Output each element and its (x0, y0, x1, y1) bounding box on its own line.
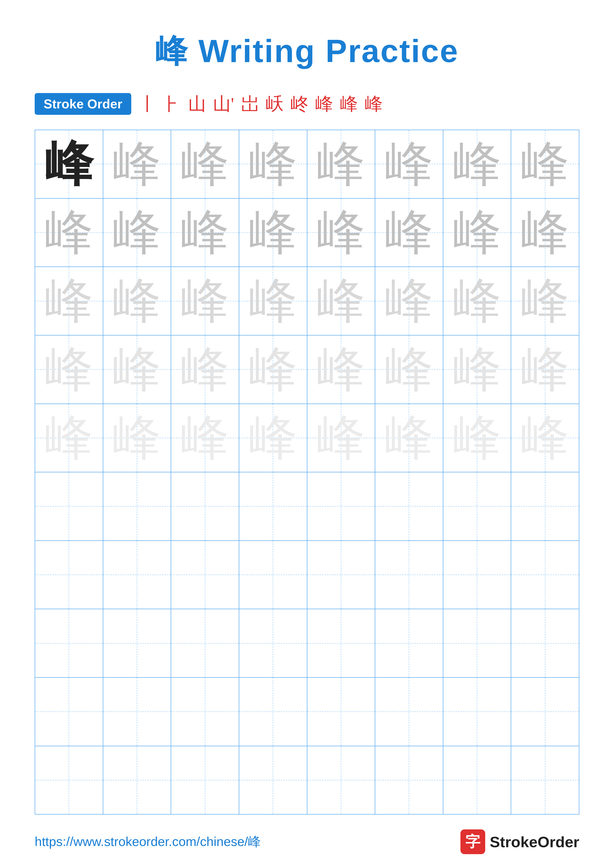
grid-cell-4-3: 峰 (171, 336, 239, 403)
grid-cell-1-3: 峰 (171, 130, 239, 198)
cell-char: 峰 (249, 414, 297, 462)
cell-char: 峰 (385, 208, 433, 257)
grid-cell-10-3[interactable] (171, 746, 239, 814)
cell-char: 峰 (181, 208, 229, 257)
grid-cell-7-5[interactable] (307, 541, 376, 609)
grid-cell-4-6: 峰 (375, 336, 443, 403)
grid-cell-8-3[interactable] (171, 609, 239, 677)
grid-cell-7-3[interactable] (171, 541, 239, 609)
grid-cell-8-1[interactable] (35, 609, 103, 677)
grid-cell-4-8: 峰 (511, 336, 579, 403)
cell-char: 峰 (45, 414, 93, 462)
grid-cell-9-7[interactable] (443, 678, 511, 746)
grid-cell-2-1: 峰 (35, 199, 103, 267)
cell-char: 峰 (521, 277, 569, 325)
grid-cell-10-6[interactable] (375, 746, 443, 814)
grid-row-4: 峰 峰 峰 峰 峰 峰 峰 峰 (35, 336, 579, 404)
grid-cell-1-6: 峰 (375, 130, 443, 198)
grid-cell-4-1: 峰 (35, 336, 103, 403)
grid-cell-8-6[interactable] (375, 609, 443, 677)
grid-cell-8-5[interactable] (307, 609, 376, 677)
grid-cell-3-8: 峰 (511, 267, 579, 335)
grid-cell-7-2[interactable] (103, 541, 171, 609)
grid-cell-5-6: 峰 (375, 404, 443, 472)
grid-cell-2-6: 峰 (375, 199, 443, 267)
grid-cell-10-5[interactable] (307, 746, 376, 814)
cell-char: 峰 (317, 277, 365, 325)
grid-cell-5-3: 峰 (171, 404, 239, 472)
cell-char: 峰 (521, 414, 569, 462)
grid-cell-8-7[interactable] (443, 609, 511, 677)
grid-cell-9-4[interactable] (239, 678, 307, 746)
cell-char: 峰 (113, 414, 161, 462)
grid-cell-1-4: 峰 (239, 130, 307, 198)
cell-char: 峰 (181, 140, 229, 188)
practice-grid: 峰 峰 峰 峰 峰 峰 峰 峰 峰 峰 峰 峰 峰 峰 峰 峰 峰 峰 峰 峰 … (35, 130, 579, 815)
cell-char: 峰 (317, 346, 365, 394)
stroke-order-row: Stroke Order 丨 ⺊ 山 山' 岀 岆 峂 峰 峰 峰 (35, 93, 579, 115)
footer-url[interactable]: https://www.strokeorder.com/chinese/峰 (35, 833, 261, 851)
grid-cell-7-6[interactable] (375, 541, 443, 609)
grid-cell-9-8[interactable] (511, 678, 579, 746)
stroke-order-badge: Stroke Order (35, 93, 131, 115)
cell-char: 峰 (45, 140, 93, 188)
grid-cell-9-5[interactable] (307, 678, 376, 746)
grid-cell-5-1: 峰 (35, 404, 103, 472)
grid-cell-10-4[interactable] (239, 746, 307, 814)
grid-cell-6-1[interactable] (35, 472, 103, 540)
grid-cell-9-2[interactable] (103, 678, 171, 746)
grid-cell-10-1[interactable] (35, 746, 103, 814)
cell-char: 峰 (317, 140, 365, 188)
grid-row-3: 峰 峰 峰 峰 峰 峰 峰 峰 (35, 267, 579, 336)
grid-cell-6-8[interactable] (511, 472, 579, 540)
grid-cell-2-7: 峰 (443, 199, 511, 267)
grid-cell-1-7: 峰 (443, 130, 511, 198)
grid-cell-4-2: 峰 (103, 336, 171, 403)
grid-cell-3-1: 峰 (35, 267, 103, 335)
grid-row-2: 峰 峰 峰 峰 峰 峰 峰 峰 (35, 199, 579, 267)
grid-cell-1-2: 峰 (103, 130, 171, 198)
grid-cell-2-2: 峰 (103, 199, 171, 267)
grid-cell-5-5: 峰 (307, 404, 376, 472)
grid-cell-5-4: 峰 (239, 404, 307, 472)
cell-char: 峰 (181, 277, 229, 325)
cell-char: 峰 (249, 346, 297, 394)
stroke-step-4: 山' (213, 95, 234, 113)
cell-char: 峰 (521, 140, 569, 188)
grid-cell-10-8[interactable] (511, 746, 579, 814)
grid-cell-9-6[interactable] (375, 678, 443, 746)
grid-cell-8-2[interactable] (103, 609, 171, 677)
grid-cell-8-8[interactable] (511, 609, 579, 677)
grid-cell-10-7[interactable] (443, 746, 511, 814)
cell-char: 峰 (453, 414, 501, 462)
cell-char: 峰 (453, 346, 501, 394)
stroke-step-6: 岆 (266, 95, 284, 113)
grid-cell-8-4[interactable] (239, 609, 307, 677)
cell-char: 峰 (113, 208, 161, 257)
stroke-steps: 丨 ⺊ 山 山' 岀 岆 峂 峰 峰 峰 (139, 95, 383, 113)
cell-char: 峰 (249, 208, 297, 257)
grid-cell-5-7: 峰 (443, 404, 511, 472)
grid-cell-7-4[interactable] (239, 541, 307, 609)
cell-char: 峰 (113, 277, 161, 325)
grid-cell-6-3[interactable] (171, 472, 239, 540)
grid-cell-7-7[interactable] (443, 541, 511, 609)
grid-cell-9-1[interactable] (35, 678, 103, 746)
grid-cell-6-2[interactable] (103, 472, 171, 540)
grid-cell-9-3[interactable] (171, 678, 239, 746)
grid-cell-6-5[interactable] (307, 472, 376, 540)
cell-char: 峰 (317, 208, 365, 257)
grid-cell-10-2[interactable] (103, 746, 171, 814)
grid-cell-6-6[interactable] (375, 472, 443, 540)
grid-cell-7-8[interactable] (511, 541, 579, 609)
cell-char: 峰 (249, 140, 297, 188)
grid-cell-6-7[interactable] (443, 472, 511, 540)
cell-char: 峰 (521, 346, 569, 394)
logo-text: StrokeOrder (490, 833, 579, 851)
grid-cell-6-4[interactable] (239, 472, 307, 540)
grid-cell-7-1[interactable] (35, 541, 103, 609)
stroke-step-1: 丨 (139, 95, 157, 113)
cell-char: 峰 (181, 414, 229, 462)
cell-char: 峰 (317, 414, 365, 462)
grid-cell-3-2: 峰 (103, 267, 171, 335)
